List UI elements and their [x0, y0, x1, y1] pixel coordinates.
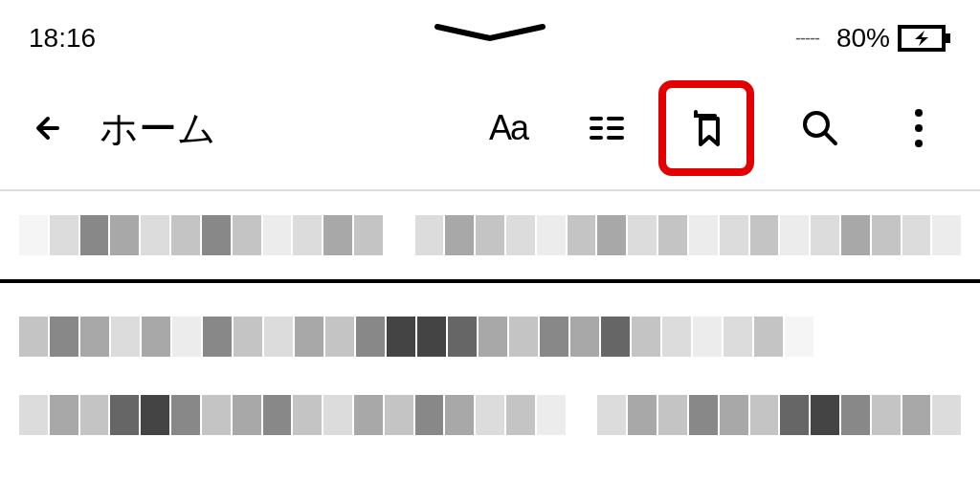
- status-time: 18:16: [29, 23, 96, 54]
- back-button[interactable]: [29, 107, 71, 149]
- svg-rect-1: [946, 33, 950, 43]
- blurred-text-line-1: [0, 191, 980, 279]
- bookmark-highlight: [658, 80, 754, 176]
- battery-percent: 80%: [836, 23, 890, 54]
- signal-indicator: -----: [795, 29, 819, 49]
- bookmark-button[interactable]: [683, 105, 729, 151]
- blurred-text-line-2: [0, 283, 980, 376]
- font-size-button[interactable]: Aa: [485, 105, 531, 151]
- battery-charging-icon: [898, 23, 951, 54]
- list-button[interactable]: [584, 105, 630, 151]
- blurred-text-line-3: [0, 376, 980, 459]
- toolbar: ホーム Aa: [0, 67, 980, 191]
- content-area: [0, 191, 980, 459]
- more-button[interactable]: [896, 105, 942, 151]
- svg-line-9: [825, 133, 835, 143]
- page-title: ホーム: [100, 102, 216, 155]
- search-button[interactable]: [797, 105, 843, 151]
- notch-chevron-icon: [433, 24, 547, 47]
